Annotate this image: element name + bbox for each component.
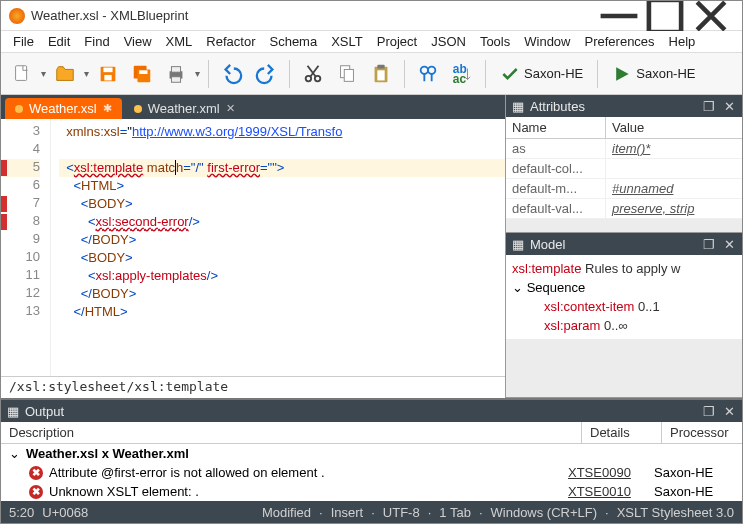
model-item[interactable]: xsl:context-item 0..1 [512,297,736,316]
svg-rect-3 [103,67,112,72]
model-icon: ▦ [512,237,524,252]
dirty-icon[interactable]: ✱ [103,102,112,115]
code-editor[interactable]: 345678910111213 xmlns:xsl="http://www.w3… [1,119,505,376]
close-button[interactable] [688,1,734,31]
error-icon: ✖ [29,466,43,480]
svg-rect-10 [171,76,180,82]
replace-icon[interactable]: abac [447,59,477,89]
dropdown-icon[interactable]: ▾ [41,68,46,79]
out-col-desc[interactable]: Description [1,422,582,443]
menu-view[interactable]: View [118,32,158,51]
model-item[interactable]: xsl:param 0..∞ [512,316,736,335]
app-icon [9,8,25,24]
menu-edit[interactable]: Edit [42,32,76,51]
attr-col-value[interactable]: Value [606,117,742,138]
attr-col-name[interactable]: Name [506,117,606,138]
collapse-icon[interactable]: ⌄ [9,446,20,461]
menu-json[interactable]: JSON [425,32,472,51]
attr-row[interactable]: asitem()* [506,139,742,159]
menu-schema[interactable]: Schema [263,32,323,51]
output-group[interactable]: ⌄ Weather.xsl x Weather.xml [1,444,742,463]
svg-rect-9 [171,66,180,72]
svg-text:ac: ac [453,72,467,85]
menu-preferences[interactable]: Preferences [579,32,661,51]
error-icon: ✖ [29,485,43,499]
menu-xml[interactable]: XML [160,32,199,51]
titlebar: Weather.xsl - XMLBlueprint [1,1,742,31]
breadcrumb[interactable]: /xsl:stylesheet/xsl:template [1,376,505,398]
tab-weather-xsl[interactable]: Weather.xsl✱ [5,98,122,119]
status-tab: 1 Tab [439,505,471,520]
new-file-icon[interactable] [7,59,37,89]
error-code-link[interactable]: XTSE0090 [568,465,648,480]
svg-point-19 [428,66,435,73]
panel-close-icon[interactable]: ✕ [722,237,736,251]
redo-icon[interactable] [251,59,281,89]
output-icon: ▦ [7,404,19,419]
menu-refactor[interactable]: Refactor [200,32,261,51]
toolbar: ▾ ▾ ▾ abac Saxon-HE Saxon-HE [1,53,742,95]
window-title: Weather.xsl - XMLBlueprint [31,8,596,23]
menu-project[interactable]: Project [371,32,423,51]
menu-find[interactable]: Find [78,32,115,51]
menu-help[interactable]: Help [663,32,702,51]
attr-row[interactable]: default-val...preserve, strip [506,199,742,219]
panel-restore-icon[interactable]: ❐ [702,237,716,251]
attributes-grid[interactable]: Name Value asitem()*default-col...defaul… [506,117,742,219]
run-label: Saxon-HE [636,66,695,81]
out-col-proc[interactable]: Processor [662,422,742,443]
tab-weather-xml[interactable]: Weather.xml✕ [124,98,245,119]
output-row[interactable]: ✖Attribute @first-error is not allowed o… [1,463,742,482]
svg-point-18 [421,66,428,73]
status-char: U+0068 [42,505,88,520]
validate-label: Saxon-HE [524,66,583,81]
undo-icon[interactable] [217,59,247,89]
panel-restore-icon[interactable]: ❐ [702,404,716,418]
dropdown-icon[interactable]: ▾ [195,68,200,79]
copy-icon[interactable] [332,59,362,89]
minimize-button[interactable] [596,1,642,31]
menu-xslt[interactable]: XSLT [325,32,369,51]
svg-rect-16 [377,64,384,68]
panel-restore-icon[interactable]: ❐ [702,99,716,113]
status-eol: Windows (CR+LF) [491,505,598,520]
error-code-link[interactable]: XTSE0010 [568,484,648,499]
menubar: FileEditFindViewXMLRefactorSchemaXSLTPro… [1,31,742,53]
menu-tools[interactable]: Tools [474,32,516,51]
svg-rect-4 [104,74,111,80]
output-list[interactable]: Description Details Processor ⌄ Weather.… [1,422,742,501]
out-col-details[interactable]: Details [582,422,662,443]
run-button[interactable]: Saxon-HE [606,60,701,88]
open-folder-icon[interactable] [50,59,80,89]
status-encoding: UTF-8 [383,505,420,520]
file-icon [15,105,23,113]
status-insert: Insert [331,505,364,520]
svg-rect-1 [16,65,27,80]
paste-icon[interactable] [366,59,396,89]
model-tree[interactable]: xsl:template Rules to apply w ⌄ Sequence… [506,255,742,339]
menu-window[interactable]: Window [518,32,576,51]
save-icon[interactable] [93,59,123,89]
svg-rect-17 [377,70,384,80]
maximize-button[interactable] [642,1,688,31]
tab-bar: Weather.xsl✱Weather.xml✕ [1,95,505,119]
file-icon [134,105,142,113]
close-icon[interactable]: ✕ [226,102,235,115]
print-icon[interactable] [161,59,191,89]
attr-row[interactable]: default-col... [506,159,742,179]
menu-file[interactable]: File [7,32,40,51]
status-bar: 5:20 U+0068 Modified· Insert· UTF-8· 1 T… [1,501,742,523]
dropdown-icon[interactable]: ▾ [84,68,89,79]
find-icon[interactable] [413,59,443,89]
validate-button[interactable]: Saxon-HE [494,60,589,88]
collapse-icon[interactable]: ⌄ [512,280,523,295]
cut-icon[interactable] [298,59,328,89]
attributes-panel-title: Attributes [530,99,585,114]
panel-close-icon[interactable]: ✕ [722,99,736,113]
panel-close-icon[interactable]: ✕ [722,404,736,418]
save-all-icon[interactable] [127,59,157,89]
svg-rect-14 [344,69,353,81]
attr-row[interactable]: default-m...#unnamed [506,179,742,199]
output-row[interactable]: ✖Unknown XSLT element: .XTSE0010Saxon-HE [1,482,742,501]
model-panel-title: Model [530,237,565,252]
